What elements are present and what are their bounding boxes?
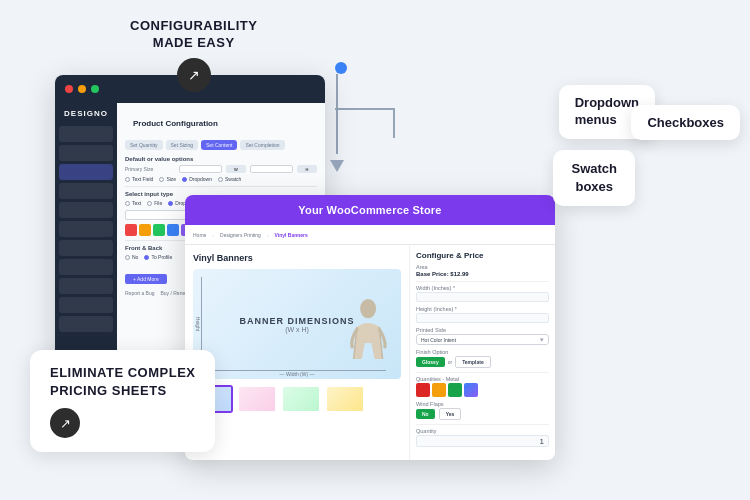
connector-line-h1 [335,108,395,110]
checkboxes-label: Checkboxes [631,105,740,140]
radio-dot-3 [182,177,187,182]
wind-flaps-no[interactable]: No [416,409,435,419]
nav-item-2[interactable] [59,145,113,161]
config-field-quantity: Quantities - Metal [416,376,549,397]
store-nav: Home › Designers Printing › Vinyl Banner… [185,225,555,245]
nav-item-10[interactable] [59,297,113,313]
radio-no[interactable]: No [125,254,138,260]
height-input[interactable] [416,313,549,323]
banner-sub: (W x H) [239,326,354,333]
quantity-stepper[interactable]: 1 [540,437,544,446]
nav-home[interactable]: Home [193,232,206,238]
configurability-text: CONFIGURABILITY MADE EASY [130,18,257,52]
wind-flaps-yes[interactable]: Yes [439,408,462,420]
divider-1 [125,186,317,187]
config-divider-1 [416,281,549,282]
radio-swatch[interactable]: Swatch [218,176,241,182]
tab-quantity[interactable]: Set Quantity [125,140,163,150]
admin-page-title: Product Configuration [125,111,317,136]
quantity-input[interactable]: 1 [416,435,549,447]
radio-dot-9 [144,255,149,260]
svg-point-1 [360,299,376,318]
store-main: Vinyl Banners — Width (W) — Height BANNE… [185,245,410,460]
radio-dot-5 [125,201,130,206]
swatch-1 [416,383,430,397]
window-dot-yellow [78,85,86,93]
tab-completion[interactable]: Set Completion [240,140,284,150]
store-body: Vinyl Banners — Width (W) — Height BANNE… [185,245,555,460]
woman-silhouette [346,299,391,379]
printed-side-dropdown[interactable]: Hot Color Intent ▾ [416,334,549,345]
config-field-height: Height (Inches) * [416,306,549,323]
finish-or: or [448,359,452,365]
swatch-3 [448,383,462,397]
nav-vinyl[interactable]: Vinyl Banners [275,232,308,238]
banner-overlay: BANNER DIMENSIONS (W x H) [239,316,354,333]
thumbnail-4[interactable] [325,385,365,413]
nav-designers[interactable]: Designers Printing [220,232,261,238]
radio-file[interactable]: File [147,200,162,206]
report-link[interactable]: Report a Bug [125,290,154,296]
nav-item-5[interactable] [59,202,113,218]
radio-text2[interactable]: Text [125,200,141,206]
row-label-1: Primary Size [125,166,175,172]
svg-marker-0 [330,160,344,172]
nav-item-7[interactable] [59,240,113,256]
nav-item-8[interactable] [59,259,113,275]
admin-tabs: Set Quantity Set Sizing Set Content Set … [125,140,317,150]
radio-yes[interactable]: To Profile [144,254,172,260]
radio-text-field[interactable]: Text Field [125,176,153,182]
finish-label: Finish Option [416,349,549,355]
swatch-yellow [139,224,151,236]
finish-options: Glossy or Template [416,356,549,368]
tab-sizing[interactable]: Set Sizing [166,140,199,150]
width-label-cfg: Width (Inches) * [416,285,549,291]
thumbnail-2[interactable] [237,385,277,413]
row-input-1[interactable] [179,165,222,173]
printed-side-value: Hot Color Intent [421,337,456,343]
config-title: Configure & Price [416,251,549,260]
row-input-2[interactable] [250,165,293,173]
radio-size[interactable]: Size [159,176,176,182]
thumbnail-row [193,385,401,413]
eliminate-label: ELIMINATE COMPLEX PRICING SHEETS ↗ [30,350,215,452]
radio-dropdown[interactable]: Dropdown [182,176,212,182]
swatch-label: Swatch boxes [553,150,635,206]
section-default: Default or value options [125,156,317,162]
radio-dot-7 [168,201,173,206]
finish-template[interactable]: Template [455,356,491,368]
nav-item-1[interactable] [59,126,113,142]
tab-content[interactable]: Set Content [201,140,237,150]
width-input[interactable] [416,292,549,302]
config-field-wind-flaps: Wind Flaps No Yes [416,401,549,420]
height-label: H [297,165,317,173]
connector-line-v1 [393,108,395,138]
quantity-label: Quantities - Metal [416,376,549,382]
radio-row-1: Text Field Size Dropdown Swatch [125,176,317,182]
add-more-btn[interactable]: + Add More [125,274,167,284]
swatch-blue [167,224,179,236]
config-field-width: Width (Inches) * [416,285,549,302]
wind-flaps-label: Wind Flaps [416,401,549,407]
nav-item-9[interactable] [59,278,113,294]
nav-item-11[interactable] [59,316,113,332]
scene: CONFIGURABILITY MADE EASY ↗ Dropdown men… [0,0,750,500]
printed-side-label: Printed Side [416,327,549,333]
radio-dot-1 [125,177,130,182]
config-field-printed-side: Printed Side Hot Color Intent ▾ [416,327,549,345]
swatch-row [416,383,549,397]
radio-dot-4 [218,177,223,182]
swatch-4 [464,383,478,397]
nav-item-6[interactable] [59,221,113,237]
radio-dot-2 [159,177,164,182]
nav-item-4[interactable] [59,183,113,199]
thumbnail-3[interactable] [281,385,321,413]
finish-glossy[interactable]: Glossy [416,357,445,367]
configurability-label: CONFIGURABILITY MADE EASY ↗ [130,18,257,92]
admin-logo: DESIGNO [59,109,113,118]
swatch-green [153,224,165,236]
arrow-icon-bottom: ↗ [50,408,80,438]
config-field-area: Area Base Price: $12.99 [416,264,549,277]
nav-item-3[interactable] [59,164,113,180]
thumbnail-img-3 [283,387,319,411]
